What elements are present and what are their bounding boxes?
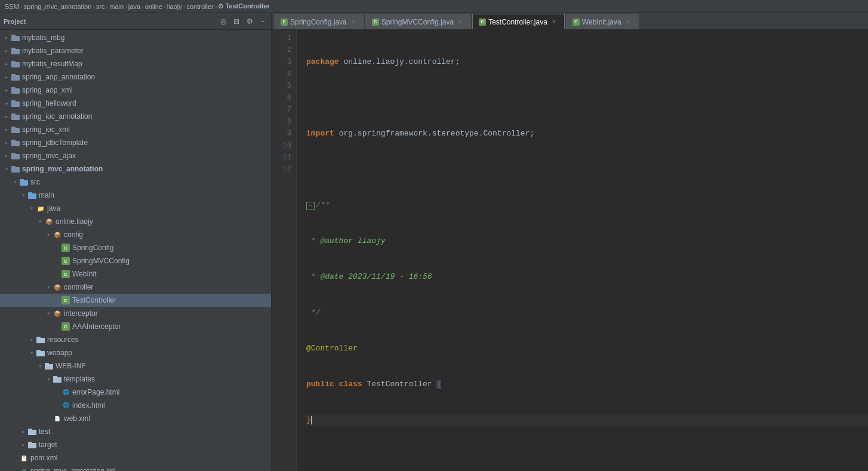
- arrow-spring-ioc-annotation: [2, 112, 11, 121]
- tree-item-spring-ioc-xml[interactable]: spring_ioc_xml: [0, 123, 271, 136]
- label-spring-jdbc: spring_jdbcTemplate: [22, 138, 88, 147]
- label-spring-ioc-xml: spring_ioc_xml: [22, 125, 70, 134]
- breadcrumb-src[interactable]: src: [96, 3, 105, 10]
- tree-item-webapp[interactable]: webapp: [0, 346, 271, 359]
- line-num-9: 9: [272, 128, 296, 140]
- tree-item-iml[interactable]: ⚙ spring_mvc_annotation.iml: [0, 464, 271, 471]
- label-controller: controller: [64, 283, 93, 291]
- folder-icon: [11, 151, 20, 161]
- tree-item-mybatis-parameter[interactable]: mybatis_parameter: [0, 44, 271, 57]
- tree-item-src[interactable]: src: [0, 176, 271, 189]
- arrow-config: [44, 230, 53, 239]
- tab-label-SpringMVCConfig: SpringMVCConfig.java: [381, 18, 454, 26]
- tree-item-main[interactable]: main: [0, 189, 271, 202]
- tree-item-target[interactable]: target: [0, 438, 271, 451]
- close-sidebar-icon[interactable]: −: [258, 17, 267, 26]
- breadcrumb-controller[interactable]: controller: [186, 3, 213, 10]
- line-numbers: 1 2 3 4 5 6 7 8 9 10 11 12: [272, 30, 297, 471]
- folder-icon: [11, 125, 20, 134]
- tree-item-spring-mvc-annotation[interactable]: spring_mvc_annotation: [0, 162, 271, 176]
- label-webapp: webapp: [47, 349, 72, 357]
- code-lines[interactable]: package online.liaojy.controller; import…: [297, 30, 868, 471]
- tree-item-templates[interactable]: templates: [0, 373, 271, 386]
- breadcrumb-liaojy[interactable]: liaojy: [167, 3, 182, 10]
- label-spring-mvc-ajax: spring_mvc_ajax: [22, 152, 76, 160]
- tab-close-WebInit[interactable]: ✕: [624, 18, 632, 26]
- tree-item-mybatis-mbg[interactable]: mybatis_mbg: [0, 31, 271, 44]
- arrow-iml: [11, 467, 19, 471]
- tree-item-spring-aop-annotation[interactable]: spring_aop_annotation: [0, 70, 271, 84]
- tree-item-interceptor[interactable]: 📦 interceptor: [0, 307, 271, 320]
- breadcrumb-project[interactable]: spring_mvc_annotation: [24, 3, 92, 10]
- tree-item-webinf[interactable]: WEB-INF: [0, 359, 271, 373]
- breadcrumb-class[interactable]: ⊙ TestController: [218, 2, 269, 10]
- settings-icon[interactable]: ⚙: [245, 17, 254, 26]
- locate-icon[interactable]: ◎: [218, 17, 228, 26]
- html-file-icon: 🌐: [61, 401, 70, 410]
- arrow-src: [11, 178, 19, 186]
- tab-TestController[interactable]: C TestController.java ✕: [472, 14, 565, 29]
- breadcrumb-ssm[interactable]: SSM: [5, 3, 19, 10]
- tab-bar: C SpringConfig.java ✕ C SpringMVCConfig.…: [272, 13, 868, 30]
- arrow-templates: [44, 375, 53, 383]
- tree-item-spring-ioc-annotation[interactable]: spring_ioc_annotation: [0, 110, 271, 123]
- tab-close-SpringConfig[interactable]: ✕: [349, 18, 358, 26]
- tab-label-SpringConfig: SpringConfig.java: [290, 18, 347, 26]
- tree-item-controller[interactable]: 📦 controller: [0, 281, 271, 294]
- folder-icon: [11, 59, 20, 69]
- tab-icon-SpringConfig: C: [281, 19, 288, 26]
- arrow-target: [19, 441, 27, 449]
- breadcrumb-java[interactable]: java: [128, 3, 140, 10]
- tree-item-spring-aop-xml[interactable]: spring_aop_xml: [0, 84, 271, 97]
- label-mybatis-mbg: mybatis_mbg: [22, 33, 64, 42]
- tree-item-test[interactable]: test: [0, 425, 271, 438]
- tab-label-WebInit: WebInit.java: [582, 18, 621, 26]
- tree-item-web-xml[interactable]: 📄 web.xml: [0, 412, 271, 425]
- label-templates: templates: [64, 375, 95, 383]
- tree-item-spring-helloword[interactable]: spring_helloword: [0, 97, 271, 110]
- code-editor[interactable]: 1 2 3 4 5 6 7 8 9 10 11 12 package onlin…: [272, 30, 868, 471]
- breadcrumb-online[interactable]: online: [145, 3, 162, 10]
- arrow-spring-jdbc: [2, 138, 11, 147]
- breadcrumb: SSM › spring_mvc_annotation › src › main…: [0, 0, 868, 13]
- tree-item-index-html[interactable]: 🌐 index.html: [0, 399, 271, 412]
- tree-item-WebInit[interactable]: C WebInit: [0, 267, 271, 281]
- sidebar-toolbar: Project ◎ ⊟ ⚙ −: [0, 13, 271, 30]
- label-main: main: [39, 191, 54, 199]
- tree-item-SpringConfig[interactable]: C SpringConfig: [0, 241, 271, 254]
- breadcrumb-main[interactable]: main: [109, 3, 124, 10]
- collapse-icon[interactable]: ⊟: [232, 17, 241, 26]
- folder-icon: [11, 138, 20, 147]
- xml-icon: 📄: [53, 414, 62, 423]
- class-icon: C: [61, 256, 70, 266]
- tab-SpringMVCConfig[interactable]: C SpringMVCConfig.java ✕: [365, 14, 471, 29]
- tree-item-TestController[interactable]: C TestController: [0, 294, 271, 307]
- label-resources: resources: [47, 335, 79, 344]
- line-num-11: 11: [272, 152, 296, 164]
- tree-item-pom-xml[interactable]: 📋 pom.xml: [0, 451, 271, 464]
- tree-item-spring-mvc-ajax[interactable]: spring_mvc_ajax: [0, 149, 271, 162]
- tree-item-config[interactable]: 📦 config: [0, 228, 271, 241]
- tree-item-mybatis-resultmap[interactable]: mybatis_resultMap: [0, 57, 271, 70]
- tab-close-SpringMVCConfig[interactable]: ✕: [456, 18, 464, 26]
- label-errorPage-html: errorPage.html: [72, 388, 119, 396]
- tab-close-TestController[interactable]: ✕: [550, 18, 558, 26]
- tree-item-resources[interactable]: resources: [0, 333, 271, 346]
- label-AAAInterceptor: AAAInterceptor: [72, 322, 121, 331]
- label-web-xml: web.xml: [64, 414, 90, 423]
- arrow-resources: [27, 335, 36, 344]
- folder-icon: [11, 85, 20, 95]
- tree-item-AAAInterceptor[interactable]: C AAAInterceptor: [0, 320, 271, 333]
- package-icon: 📦: [44, 217, 54, 226]
- tree-item-spring-jdbc[interactable]: spring_jdbcTemplate: [0, 136, 271, 149]
- tab-SpringConfig[interactable]: C SpringConfig.java ✕: [274, 14, 364, 29]
- tab-WebInit[interactable]: C WebInit.java ✕: [566, 14, 639, 29]
- project-tree: mybatis_mbg mybatis_parameter mybatis_re…: [0, 30, 271, 471]
- arrow-TestController: [53, 296, 61, 304]
- tree-item-errorPage-html[interactable]: 🌐 errorPage.html: [0, 386, 271, 399]
- tree-item-online-liaojy[interactable]: 📦 online.liaojy: [0, 215, 271, 228]
- tree-item-SpringMVCConfig[interactable]: C SpringMVCConfig: [0, 254, 271, 267]
- tree-item-java[interactable]: 📁 java: [0, 202, 271, 215]
- arrow-interceptor: [44, 309, 53, 318]
- code-line-1: package online.liaojy.controller;: [306, 56, 868, 68]
